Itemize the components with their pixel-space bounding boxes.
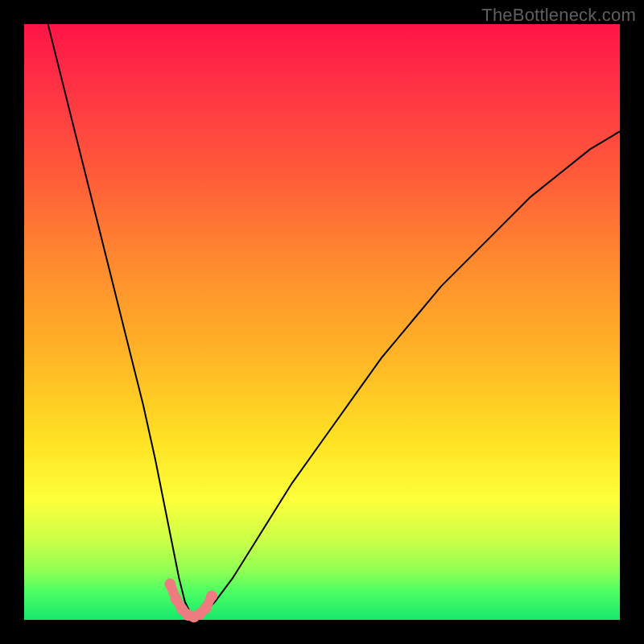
- min-cluster-dot: [164, 579, 175, 590]
- min-cluster-dot: [206, 590, 217, 601]
- min-cluster-dot: [200, 602, 212, 613]
- chart-svg: [24, 24, 620, 620]
- plot-area: [24, 24, 620, 620]
- bottleneck-curve: [48, 24, 620, 617]
- outer-frame: TheBottleneck.com: [0, 0, 644, 644]
- watermark-text: TheBottleneck.com: [481, 5, 636, 26]
- min-cluster-dots: [164, 579, 217, 623]
- min-cluster-dot: [171, 593, 182, 605]
